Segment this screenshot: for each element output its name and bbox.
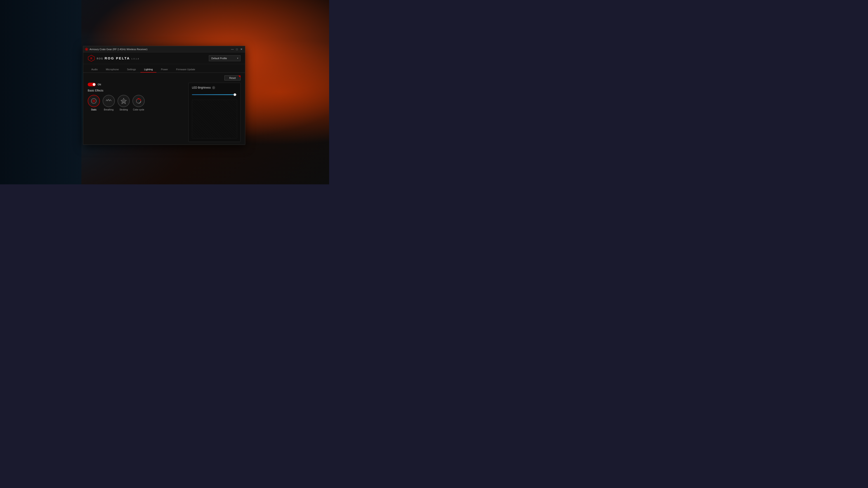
- svg-point-10: [138, 98, 139, 99]
- breathing-icon: [105, 98, 112, 104]
- background-city: [0, 0, 81, 184]
- brightness-slider-container: [192, 92, 237, 97]
- tab-audio[interactable]: Audio: [88, 67, 101, 72]
- title-bar-controls: — □ ✕: [230, 47, 243, 51]
- main-window: Armoury Crate Gear (RF 2.4GHz Wireless R…: [83, 46, 245, 145]
- content-area: ON Basic Effects Static: [88, 83, 241, 142]
- left-panel: ON Basic Effects Static: [88, 83, 185, 142]
- minimize-button[interactable]: —: [230, 47, 234, 51]
- strobing-icon: [121, 98, 127, 104]
- effect-static[interactable]: Static: [88, 95, 100, 111]
- tab-lighting[interactable]: Lighting: [141, 67, 156, 72]
- strobing-icon-wrapper: [118, 95, 130, 107]
- svg-text:R: R: [90, 57, 92, 60]
- title-bar: Armoury Crate Gear (RF 2.4GHz Wireless R…: [83, 46, 245, 53]
- product-name: ROG ROG PELTA 1.0.1.6: [97, 56, 139, 60]
- right-panel: LED Brightness i: [188, 83, 241, 142]
- preview-area: [192, 100, 237, 138]
- restore-button[interactable]: □: [235, 47, 239, 51]
- static-icon-wrapper: [88, 95, 100, 107]
- basic-effects-title: Basic Effects: [88, 89, 185, 92]
- color-cycle-icon-wrapper: [132, 95, 145, 107]
- breathing-icon-wrapper: [103, 95, 115, 107]
- effect-color-cycle[interactable]: Color cycle: [132, 95, 145, 111]
- window-title: Armoury Crate Gear (RF 2.4GHz Wireless R…: [90, 48, 147, 51]
- svg-marker-1: [86, 48, 88, 50]
- tab-settings[interactable]: Settings: [123, 67, 140, 72]
- strobing-label: Strobing: [119, 108, 128, 111]
- tab-firmware-update[interactable]: Firmware Update: [173, 67, 199, 72]
- product-model: ROG PELTA: [105, 56, 130, 60]
- profile-selector[interactable]: Default Profile: [209, 55, 241, 61]
- effects-grid: Static Breathing: [88, 95, 185, 111]
- rog-favicon-icon: [85, 48, 88, 51]
- effect-strobing[interactable]: Strobing: [118, 95, 130, 111]
- static-label: Static: [91, 108, 96, 111]
- brightness-info-icon[interactable]: i: [212, 86, 215, 89]
- lighting-toggle[interactable]: [88, 83, 96, 86]
- rog-logo-icon: R: [88, 55, 95, 62]
- window-header: R ROG ROG PELTA 1.0.1.6 Default Profile: [83, 53, 245, 64]
- title-bar-left: Armoury Crate Gear (RF 2.4GHz Wireless R…: [85, 48, 147, 51]
- logo-area: R ROG ROG PELTA 1.0.1.6: [88, 55, 139, 62]
- version-label: 1.0.1.6: [131, 58, 139, 60]
- reset-button[interactable]: Reset: [224, 75, 241, 80]
- toggle-label: ON: [98, 84, 101, 86]
- close-button[interactable]: ✕: [240, 47, 243, 51]
- tab-power[interactable]: Power: [157, 67, 172, 72]
- tabs-bar: Audio Microphone Settings Lighting Power…: [83, 64, 245, 73]
- svg-point-6: [93, 101, 94, 101]
- window-body: Reset ON Basic Effects: [83, 73, 245, 144]
- toggle-row: ON: [88, 83, 185, 86]
- top-row: Reset: [88, 75, 241, 80]
- breathing-label: Breathing: [104, 108, 114, 111]
- profile-dropdown[interactable]: Default Profile: [209, 55, 241, 61]
- static-icon: [91, 98, 97, 104]
- led-brightness-header: LED Brightness i: [192, 86, 237, 89]
- led-brightness-title: LED Brightness: [192, 86, 211, 89]
- tab-microphone[interactable]: Microphone: [102, 67, 122, 72]
- color-cycle-icon: [135, 98, 142, 104]
- effect-breathing[interactable]: Breathing: [103, 95, 115, 111]
- color-cycle-label: Color cycle: [133, 108, 144, 111]
